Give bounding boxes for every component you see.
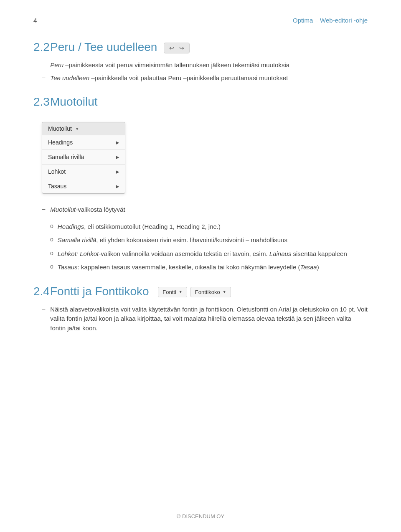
section-2-3-number: 2.3 [33,95,50,109]
doc-title: Optima – Web-editori -ohje [293,17,368,24]
submenu-arrow-icon: ▶ [116,155,119,160]
sub-item-samalla: Samalla rivillä, eli yhden kokonaisen ri… [58,236,287,245]
list-item: Lohkot: Lohkot-valikon valinnoilla voida… [50,249,368,259]
sub-item-headings: Headings, eli otsikkomuotoilut (Heading … [58,222,221,232]
page-header: 4 Optima – Web-editori -ohje [33,17,368,24]
section-2-3: 2.3 Muotoilut Muotoilut ▼ Headings ▶ Sam… [33,95,368,272]
submenu-arrow-icon: ▶ [116,184,119,189]
bullet-peru-text: Peru –painikkeesta voit perua viimeisimm… [50,61,289,70]
section-2-3-heading: 2.3 Muotoilut [33,95,368,109]
muotoilut-description: Muotoilut-valikosta löytyvät [50,205,125,215]
page-number: 4 [33,17,37,24]
submenu-arrow-icon: ▶ [116,140,119,145]
menu-item-lohkot[interactable]: Lohkot ▶ [42,165,125,179]
section-2-2-heading: 2.2 Peru / Tee uudelleen ↩ ↪ [33,41,368,54]
menu-item-samalla-label: Samalla rivillä [48,154,84,160]
muotoilut-menu[interactable]: Muotoilut ▼ Headings ▶ Samalla rivillä ▶… [42,122,125,194]
menu-item-tasaus[interactable]: Tasaus ▶ [42,179,125,193]
section-2-2: 2.2 Peru / Tee uudelleen ↩ ↪ Peru –paini… [33,41,368,83]
menu-item-tasaus-label: Tasaus [48,183,66,190]
undo-redo-icons: ↩ ↪ [164,43,190,53]
fonttikoko-dropdown-arrow-icon: ▼ [223,290,226,294]
section-2-4: 2.4 Fontti ja Fonttikoko Fontti ▼ Fontti… [33,285,368,333]
section-2-4-number: 2.4 [33,285,50,298]
section-2-2-title: Peru / Tee uudelleen ↩ ↪ [50,41,190,54]
section-2-4-heading: 2.4 Fontti ja Fonttikoko Fontti ▼ Fontti… [33,285,368,298]
list-item: Peru –painikkeesta voit perua viimeisimm… [33,61,368,70]
fonttikoko-dropdown[interactable]: Fonttikoko ▼ [190,287,231,297]
list-item: Headings, eli otsikkomuotoilut (Heading … [50,222,368,232]
list-item: Tasaus: kappaleen tasaus vasemmalle, kes… [50,263,368,272]
sub-item-tasaus: Tasaus: kappaleen tasaus vasemmalle, kes… [58,263,319,272]
fontti-label: Fontti [162,289,176,295]
section-2-4-title: Fontti ja Fonttikoko Fontti ▼ Fonttikoko… [50,285,231,298]
bullet-tee-text: Tee uudelleen –painikkeella voit palautt… [50,73,288,83]
dropdown-arrow-icon: ▼ [75,127,79,131]
list-item: Näistä alasvetovalikoista voit valita kä… [33,305,368,333]
section-2-2-number: 2.2 [33,41,50,54]
list-item: Tee uudelleen –painikkeella voit palautt… [33,73,368,83]
redo-icon: ↪ [178,45,186,51]
muotoilut-menu-button[interactable]: Muotoilut ▼ [42,122,125,135]
undo-icon: ↩ [168,45,176,51]
list-item: Muotoilut-valikosta löytyvät [33,205,368,215]
section-2-3-title: Muotoilut [50,95,98,109]
section-2-3-sub-list: Headings, eli otsikkomuotoilut (Heading … [50,222,368,272]
list-item: Samalla rivillä, eli yhden kokonaisen ri… [50,236,368,245]
sub-item-lohkot: Lohkot: Lohkot-valikon valinnoilla voida… [58,249,347,259]
fonttikoko-label: Fonttikoko [195,289,220,295]
fontti-dropdown[interactable]: Fontti ▼ [158,287,187,297]
menu-item-headings-label: Headings [48,139,73,146]
menu-item-samalla[interactable]: Samalla rivillä ▶ [42,150,125,165]
page-footer: © DISCENDUM OY [0,513,401,519]
menu-item-headings[interactable]: Headings ▶ [42,135,125,150]
section-2-2-bullets: Peru –painikkeesta voit perua viimeisimm… [33,61,368,83]
menu-item-lohkot-label: Lohkot [48,168,66,175]
footer-text: © DISCENDUM OY [177,513,224,519]
fontti-fonttikoko-dropdowns: Fontti ▼ Fonttikoko ▼ [158,287,231,297]
section-2-4-bullets: Näistä alasvetovalikoista voit valita kä… [33,305,368,333]
section-2-3-main-bullets: Muotoilut-valikosta löytyvät [33,205,368,215]
fontti-dropdown-arrow-icon: ▼ [179,290,183,294]
submenu-arrow-icon: ▶ [116,169,119,175]
section-2-4-description: Näistä alasvetovalikoista voit valita kä… [50,305,368,333]
muotoilut-button-label: Muotoilut [48,125,72,132]
